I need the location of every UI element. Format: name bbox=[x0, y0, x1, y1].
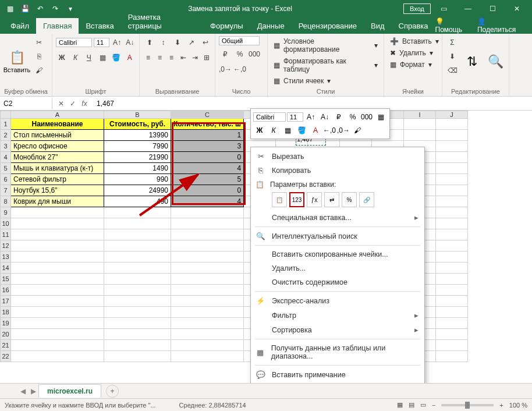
cell[interactable] bbox=[11, 218, 104, 229]
cell[interactable] bbox=[104, 296, 171, 307]
sort-filter-button[interactable]: ⇅ bbox=[462, 36, 482, 87]
cell[interactable] bbox=[171, 296, 244, 307]
row-header[interactable]: 18 bbox=[1, 307, 11, 318]
align-left-icon[interactable]: ≡ bbox=[143, 51, 153, 64]
cell[interactable] bbox=[11, 207, 104, 218]
cell[interactable]: 7990 bbox=[104, 141, 171, 152]
delete-cells-button[interactable]: ✖ Удалить ▾ bbox=[388, 48, 438, 58]
number-format-select[interactable]: Общий bbox=[219, 36, 260, 45]
mini-size-select[interactable]: 11 bbox=[287, 112, 303, 122]
row-header[interactable]: 17 bbox=[1, 296, 11, 307]
cell[interactable] bbox=[11, 307, 104, 318]
row-header[interactable]: 19 bbox=[1, 318, 11, 329]
mini-italic-button[interactable]: К bbox=[267, 125, 280, 136]
sheet-nav-next-icon[interactable]: ▶ bbox=[28, 387, 38, 395]
cell[interactable] bbox=[11, 240, 104, 251]
row-header[interactable]: 12 bbox=[1, 240, 11, 251]
col-header[interactable]: I bbox=[404, 111, 436, 119]
cell[interactable] bbox=[171, 251, 244, 263]
cell[interactable] bbox=[436, 163, 468, 174]
cell[interactable] bbox=[171, 218, 244, 229]
cell[interactable] bbox=[104, 263, 171, 274]
row-header[interactable]: 11 bbox=[1, 229, 11, 240]
row-header[interactable]: 10 bbox=[1, 218, 11, 229]
border-button[interactable]: ▦ bbox=[97, 51, 108, 64]
zoom-level[interactable]: 100 % bbox=[509, 402, 527, 409]
font-size-select[interactable]: 11 bbox=[94, 38, 109, 47]
cell[interactable] bbox=[436, 196, 468, 207]
cell[interactable] bbox=[11, 274, 104, 285]
cell[interactable]: Кресло офисное bbox=[11, 141, 104, 152]
find-select-button[interactable]: 🔍 bbox=[485, 36, 505, 87]
fill-color-button[interactable]: 🪣 bbox=[110, 51, 122, 64]
row-header[interactable]: 4 bbox=[1, 152, 11, 163]
row-header[interactable]: 1 bbox=[1, 119, 11, 130]
tab-view[interactable]: Вид bbox=[364, 18, 392, 34]
cell[interactable]: Ноутбук 15,6" bbox=[11, 185, 104, 196]
enter-formula-icon[interactable]: ✓ bbox=[68, 100, 78, 108]
cell[interactable] bbox=[436, 152, 468, 163]
cell[interactable] bbox=[171, 207, 244, 218]
cell[interactable] bbox=[11, 263, 104, 274]
tab-review[interactable]: Рецензирование bbox=[292, 18, 364, 34]
cell[interactable] bbox=[404, 119, 436, 130]
ctx-insert-comment[interactable]: 💬Вставить примечание bbox=[251, 367, 424, 382]
col-header[interactable]: B bbox=[104, 111, 171, 119]
cell[interactable] bbox=[436, 318, 468, 329]
zoom-slider[interactable] bbox=[441, 404, 494, 406]
decrease-decimal-icon[interactable]: ←,0 bbox=[233, 63, 246, 76]
conditional-formatting-button[interactable]: ▦ Условное форматирование ▾ bbox=[271, 36, 380, 55]
ctx-paste-special[interactable]: Специальная вставка...▸ bbox=[251, 210, 424, 225]
cell[interactable] bbox=[171, 274, 244, 285]
row-header[interactable]: 3 bbox=[1, 141, 11, 152]
maximize-icon[interactable]: ☐ bbox=[481, 1, 504, 17]
mini-bold-button[interactable]: Ж bbox=[253, 125, 266, 136]
cell[interactable] bbox=[171, 307, 244, 318]
col-header[interactable]: C bbox=[171, 111, 244, 119]
row-header[interactable]: 20 bbox=[1, 329, 11, 340]
row-header[interactable]: 8 bbox=[1, 196, 11, 207]
mini-currency-icon[interactable]: ₽ bbox=[332, 111, 345, 123]
cell[interactable] bbox=[436, 141, 468, 152]
col-header[interactable]: J bbox=[436, 111, 468, 119]
align-middle-icon[interactable]: ↕ bbox=[157, 36, 169, 49]
share-button[interactable]: 👤 Поделиться bbox=[477, 17, 526, 34]
cell[interactable] bbox=[104, 351, 171, 362]
tab-home[interactable]: Главная bbox=[36, 18, 79, 34]
cell[interactable]: 1490 bbox=[104, 163, 171, 174]
cell[interactable] bbox=[171, 263, 244, 274]
cell[interactable] bbox=[436, 251, 468, 263]
cut-icon[interactable]: ✂ bbox=[33, 36, 45, 49]
increase-decimal-icon[interactable]: ,0→ bbox=[219, 63, 232, 76]
sheet-nav-prev-icon[interactable]: ◀ bbox=[17, 387, 28, 395]
paste-transpose-button[interactable]: ⇄ bbox=[324, 192, 339, 207]
cell[interactable] bbox=[436, 329, 468, 340]
wrap-text-icon[interactable]: ↩ bbox=[199, 36, 211, 49]
cell[interactable] bbox=[104, 251, 171, 263]
cell[interactable] bbox=[436, 174, 468, 185]
tab-page-layout[interactable]: Разметка страницы bbox=[121, 9, 203, 34]
cell[interactable]: 990 bbox=[104, 174, 171, 185]
font-color-button[interactable]: A bbox=[124, 51, 136, 64]
mini-fill-color-icon[interactable]: 🪣 bbox=[295, 125, 308, 136]
cell[interactable] bbox=[436, 130, 468, 141]
cell[interactable]: Коврик для мыши bbox=[11, 196, 104, 207]
cell[interactable] bbox=[171, 229, 244, 240]
cell[interactable] bbox=[104, 229, 171, 240]
ctx-cut[interactable]: ✂Вырезать bbox=[251, 149, 424, 164]
cell[interactable]: 3 bbox=[171, 141, 244, 152]
view-normal-icon[interactable]: ▦ bbox=[397, 401, 403, 409]
cell[interactable]: 0 bbox=[171, 152, 244, 163]
increase-font-icon[interactable]: A↑ bbox=[111, 36, 122, 49]
cell[interactable] bbox=[11, 229, 104, 240]
clear-icon[interactable]: ⌫ bbox=[446, 64, 459, 77]
mini-cond-format-icon[interactable]: ▦ bbox=[374, 111, 387, 123]
cell[interactable] bbox=[436, 351, 468, 362]
row-header[interactable]: 15 bbox=[1, 274, 11, 285]
ctx-smart-lookup[interactable]: 🔍Интеллектуальный поиск bbox=[251, 229, 424, 243]
font-name-select[interactable]: Calibri bbox=[56, 38, 92, 47]
row-header[interactable]: 16 bbox=[1, 285, 11, 296]
tab-file[interactable]: Файл bbox=[3, 18, 36, 34]
cell[interactable]: Сетевой фильтр bbox=[11, 174, 104, 185]
cell[interactable] bbox=[436, 285, 468, 296]
